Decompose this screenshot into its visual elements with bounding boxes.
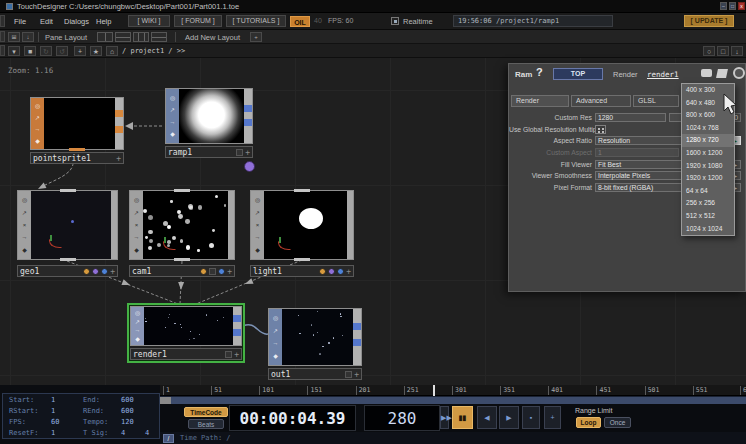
transport-button-4[interactable]: ▪	[522, 406, 540, 429]
timeline-ruler[interactable]: 151101151201251301351401451501551600	[160, 385, 746, 396]
tab-advanced[interactable]: Advanced	[571, 95, 631, 107]
comment-icon[interactable]	[701, 69, 712, 77]
tab-glsl[interactable]: GLSL	[633, 95, 679, 107]
add-flag-icon[interactable]: +	[227, 267, 232, 276]
redo-icon[interactable]: ↻	[40, 46, 52, 56]
node-viewer[interactable]	[264, 191, 347, 259]
resolution-menu-item[interactable]: 1024 x 1024	[682, 223, 734, 236]
minimize-button[interactable]: –	[720, 2, 727, 10]
node-connector-strip[interactable]	[244, 89, 252, 143]
pane-splitter-handle[interactable]	[0, 15, 5, 27]
add-flag-icon[interactable]: +	[234, 350, 239, 359]
node-label-bar[interactable]: light1 +	[250, 265, 354, 277]
node-viewer[interactable]	[44, 98, 115, 149]
maximize-button[interactable]: □	[729, 2, 736, 10]
wiki-button[interactable]: [ WIKI ]	[128, 15, 170, 27]
timeline-scrubbar[interactable]	[160, 396, 746, 404]
resolution-menu-item[interactable]: 64 x 64	[682, 185, 734, 198]
flag-slot[interactable]	[225, 351, 232, 358]
add-flag-icon[interactable]: +	[116, 154, 121, 163]
layout-preset-button[interactable]	[115, 32, 131, 42]
frame-counter[interactable]: 280	[364, 405, 440, 431]
loop-button[interactable]: Loop	[576, 417, 601, 428]
once-button[interactable]: Once	[604, 417, 631, 428]
update-button[interactable]: [ UPDATE ]	[684, 15, 734, 27]
pane-dropdown-icon[interactable]: ▾	[8, 46, 20, 56]
node-connector-strip[interactable]	[115, 98, 123, 149]
param-value-field[interactable]: 1280	[595, 113, 666, 122]
beats-mode-button[interactable]: Beats	[188, 419, 224, 429]
display-flag[interactable]	[101, 268, 108, 275]
window-placement-icon[interactable]: ⊞	[8, 32, 20, 42]
transport-button-1[interactable]: ▮▮	[452, 406, 473, 429]
tab-render[interactable]: Render	[511, 95, 569, 107]
node-viewer[interactable]	[179, 89, 244, 143]
transport-button-0[interactable]: ▶▶	[440, 406, 449, 429]
layout-preset-button[interactable]	[133, 32, 149, 42]
node-viewer[interactable]	[282, 309, 353, 365]
home-icon[interactable]: ⌂	[106, 46, 118, 56]
resolution-menu-item[interactable]: 256 x 256	[682, 197, 734, 210]
transport-button-2[interactable]: ◀	[477, 406, 497, 429]
perf-badge[interactable]: OIL	[290, 16, 310, 27]
add-flag-icon[interactable]: +	[354, 370, 359, 379]
viewer-flag[interactable]	[83, 268, 90, 275]
menu-help[interactable]: Help	[96, 17, 111, 26]
node-light1[interactable]: ◎↗×→◆ light1 +	[250, 190, 354, 277]
resolution-menu-item[interactable]: 1920 x 1080	[682, 160, 734, 173]
flag-slot[interactable]	[236, 149, 243, 156]
close-button[interactable]: x	[738, 2, 745, 10]
op-name-field[interactable]: render1	[647, 70, 679, 79]
palette-badge-icon[interactable]	[244, 161, 255, 172]
node-geo1[interactable]: ◎↗×→◆ geo1 +	[17, 190, 118, 277]
node-label-bar[interactable]: render1 +	[130, 348, 242, 360]
node-viewer[interactable]	[144, 307, 233, 345]
node-label-bar[interactable]: pointsprite1 +	[30, 152, 124, 164]
add-flag-icon[interactable]: +	[245, 148, 250, 157]
stop-icon[interactable]: ■	[24, 46, 36, 56]
resolution-menu-item[interactable]: 800 x 600	[682, 109, 734, 122]
resolution-menu-item[interactable]: 1920 x 1200	[682, 172, 734, 185]
menu-dialogs[interactable]: Dialogs	[64, 17, 89, 26]
node-viewer[interactable]	[143, 191, 228, 259]
flag-slot[interactable]	[345, 371, 352, 378]
display-flag[interactable]	[337, 268, 344, 275]
title-bar[interactable]: TouchDesigner C:/Users/chungbwc/Desktop/…	[0, 0, 746, 13]
node-label-bar[interactable]: ramp1 +	[165, 146, 253, 158]
param-value-field[interactable]: 1	[595, 148, 679, 157]
node-label-bar[interactable]: geo1 +	[17, 265, 118, 277]
viewer-flag[interactable]	[319, 268, 326, 275]
node-connector-strip[interactable]	[233, 307, 241, 345]
resolution-menu-item[interactable]: 400 x 300	[682, 84, 734, 97]
resolution-menu[interactable]: 400 x 300640 x 480800 x 6001024 x 768128…	[681, 83, 735, 236]
node-label-bar[interactable]: out1 +	[268, 368, 362, 380]
add-flag-icon[interactable]: +	[346, 267, 351, 276]
help-icon[interactable]: ?	[536, 66, 543, 78]
node-connector-strip[interactable]	[353, 309, 361, 365]
transport-button-5[interactable]: +	[544, 406, 561, 429]
node-ramp1[interactable]: ◎↗→◆ ramp1 +	[165, 88, 253, 158]
save-layout-icon[interactable]: ↓	[22, 32, 34, 42]
menu-file[interactable]: File	[14, 17, 26, 26]
pane-splitter-handle[interactable]	[0, 45, 5, 56]
tutorials-button[interactable]: [ TUTORIALS ]	[226, 15, 286, 27]
gear-icon[interactable]	[733, 67, 745, 79]
forum-button[interactable]: [ FORUM ]	[174, 15, 222, 27]
node-out1[interactable]: ◎↗→◆ out1 +	[268, 308, 362, 380]
playhead-marker[interactable]	[433, 385, 435, 396]
node-render1-selected[interactable]: ◎↗→◆ render1 +	[130, 306, 242, 360]
pane-collapse-icon[interactable]: ↓	[731, 46, 743, 56]
network-path-breadcrumb[interactable]: / project1 / >>	[122, 47, 185, 55]
resolution-menu-item[interactable]: 512 x 512	[682, 210, 734, 223]
render-flag[interactable]	[328, 268, 335, 275]
timecode-mode-button[interactable]: TimeCode	[184, 407, 228, 417]
pane-splitter-handle[interactable]	[0, 31, 5, 42]
layout-preset-button[interactable]	[151, 32, 167, 42]
node-cam1[interactable]: ◎↗×→◆ cam1 +	[129, 190, 235, 277]
parameter-dialog[interactable]: Ram ? TOP Render render1 Render Advanced…	[508, 63, 746, 292]
pane-circle-icon[interactable]: ○	[703, 46, 715, 56]
add-flag-icon[interactable]: +	[110, 267, 115, 276]
op-family-badge[interactable]: TOP	[553, 68, 603, 80]
viewer-flag[interactable]	[200, 268, 207, 275]
bookmark-star-icon[interactable]: ★	[90, 46, 102, 56]
